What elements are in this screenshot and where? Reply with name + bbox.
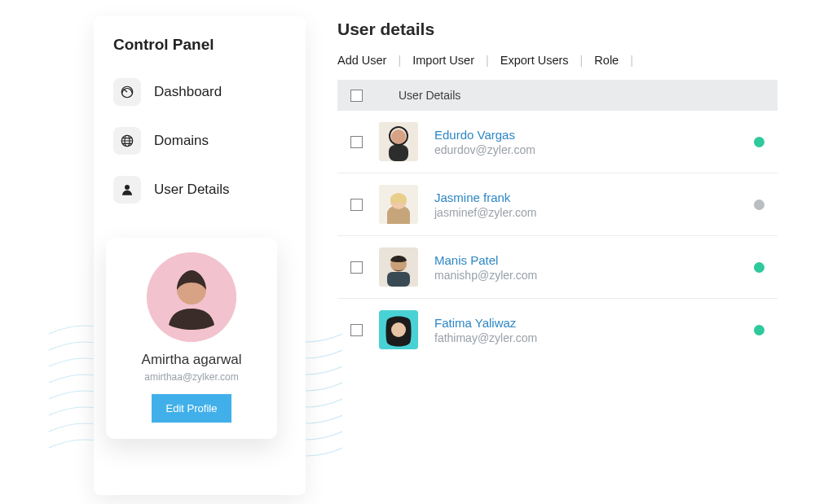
status-dot [754,325,764,335]
profile-card: Amirtha agarwal amirthaa@zylker.com Edit… [106,238,277,439]
avatar [379,122,418,161]
profile-email: amirthaa@zylker.com [119,371,264,383]
action-bar: Add User| Import User| Export Users| Rol… [337,54,778,67]
sidebar-title: Control Panel [113,36,289,54]
table-row[interactable]: Jasmine frank jasminef@zyler.com [337,173,778,236]
row-checkbox[interactable] [350,136,363,148]
user-name[interactable]: Jasmine frank [434,191,738,204]
avatar [379,310,418,349]
table-row[interactable]: Manis Patel manishp@zyler.com [337,236,778,299]
svg-point-3 [125,185,130,190]
sidebar-item-domains[interactable]: Domains [113,121,289,161]
status-dot [754,262,764,273]
user-email: fathimay@zyler.com [434,331,738,344]
sidebar-item-label: Domains [154,133,209,149]
svg-point-16 [391,322,406,337]
action-import-user[interactable]: Import User [412,54,474,67]
sidebar-item-dashboard[interactable]: Dashboard [113,72,289,112]
svg-point-7 [391,129,406,144]
table-row[interactable]: Fatima Yaliwaz fathimay@zyler.com [337,299,778,361]
user-email: manishp@zyler.com [434,269,738,282]
user-name[interactable]: Manis Patel [434,253,738,267]
user-email: jasminef@zyler.com [434,206,738,219]
row-checkbox[interactable] [350,199,363,211]
main-panel: User details Add User| Import User| Expo… [337,20,778,361]
row-checkbox[interactable] [350,324,363,336]
user-name[interactable]: Edurdo Vargas [434,128,738,142]
globe-icon [113,127,141,155]
user-email: edurdov@zyler.com [434,143,738,156]
page-title: User details [337,20,778,39]
avatar [379,185,418,224]
table-header-label: User Details [399,89,460,102]
action-role[interactable]: Role [594,54,619,67]
profile-name: Amirtha agarwal [119,352,264,368]
user-icon [113,176,141,204]
status-dot [754,199,764,210]
table-header-row: User Details [337,80,778,111]
user-name[interactable]: Fatima Yaliwaz [434,316,738,330]
row-checkbox[interactable] [350,261,363,274]
action-add-user[interactable]: Add User [337,54,386,67]
select-all-checkbox[interactable] [350,90,363,102]
edit-profile-button[interactable]: Edit Profile [152,394,232,423]
sidebar-item-label: User Details [154,182,230,198]
table-row[interactable]: Edurdo Vargas edurdov@zyler.com [337,111,778,173]
avatar [147,252,236,342]
svg-rect-8 [389,145,408,161]
avatar [379,248,418,287]
sidebar-item-user-details[interactable]: User Details [113,169,289,210]
action-export-users[interactable]: Export Users [500,54,569,67]
status-dot [754,137,764,147]
svg-rect-13 [387,272,410,287]
gauge-icon [113,78,141,106]
sidebar-item-label: Dashboard [154,84,222,100]
